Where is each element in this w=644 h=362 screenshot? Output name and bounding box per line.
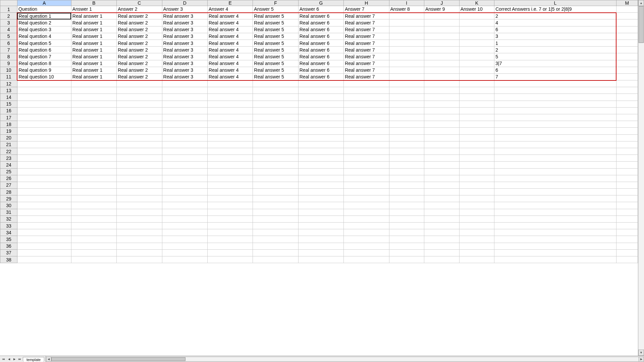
cell-H31[interactable] bbox=[344, 209, 389, 216]
cell-J21[interactable] bbox=[424, 141, 460, 148]
cell-I38[interactable] bbox=[389, 256, 424, 263]
cell-E11[interactable]: Real answer 4 bbox=[207, 73, 253, 80]
cell-I16[interactable] bbox=[389, 107, 424, 114]
cell-A30[interactable] bbox=[17, 202, 71, 209]
cell-H8[interactable]: Real answer 7 bbox=[344, 53, 389, 60]
col-header-A[interactable]: A bbox=[17, 0, 71, 6]
cell-B35[interactable] bbox=[71, 236, 116, 243]
cell-C3[interactable]: Real answer 2 bbox=[117, 19, 162, 26]
cell-E36[interactable] bbox=[207, 243, 253, 249]
cell-G21[interactable] bbox=[298, 141, 343, 148]
cell-B25[interactable] bbox=[71, 168, 116, 175]
cell-G7[interactable]: Real answer 6 bbox=[298, 47, 343, 53]
cell-A1[interactable]: Question bbox=[17, 6, 71, 13]
row-header-38[interactable]: 38 bbox=[0, 256, 17, 263]
row-header-4[interactable]: 4 bbox=[0, 26, 17, 33]
cell-L5[interactable]: 3 bbox=[494, 33, 616, 40]
cell-F21[interactable] bbox=[253, 141, 298, 148]
cell-J31[interactable] bbox=[424, 209, 460, 216]
cell-B30[interactable] bbox=[71, 202, 116, 209]
cell-M30[interactable] bbox=[616, 202, 638, 209]
cell-E8[interactable]: Real answer 4 bbox=[207, 53, 253, 60]
cell-K10[interactable] bbox=[459, 67, 494, 73]
row-header-32[interactable]: 32 bbox=[0, 216, 17, 222]
cell-E38[interactable] bbox=[207, 256, 253, 263]
cell-H24[interactable] bbox=[344, 162, 389, 168]
cell-L25[interactable] bbox=[494, 168, 616, 175]
cell-B31[interactable] bbox=[71, 209, 116, 216]
cell-C20[interactable] bbox=[117, 134, 162, 141]
cell-J25[interactable] bbox=[424, 168, 460, 175]
cell-F14[interactable] bbox=[253, 94, 298, 101]
cell-H37[interactable] bbox=[344, 249, 389, 256]
row-header-30[interactable]: 30 bbox=[0, 202, 17, 209]
cell-K1[interactable]: Answer 10 bbox=[459, 6, 494, 13]
cell-L34[interactable] bbox=[494, 229, 616, 236]
cell-A8[interactable]: Real question 7 bbox=[17, 53, 71, 60]
cell-H27[interactable] bbox=[344, 182, 389, 188]
cell-J24[interactable] bbox=[424, 162, 460, 168]
cell-H36[interactable] bbox=[344, 243, 389, 249]
cell-F33[interactable] bbox=[253, 223, 298, 229]
cell-F18[interactable] bbox=[253, 121, 298, 128]
cell-B15[interactable] bbox=[71, 101, 116, 107]
cell-A28[interactable] bbox=[17, 189, 71, 195]
cell-J29[interactable] bbox=[424, 195, 460, 202]
cell-B21[interactable] bbox=[71, 141, 116, 148]
cell-E6[interactable]: Real answer 4 bbox=[207, 40, 253, 46]
cell-B9[interactable]: Real answer 1 bbox=[71, 60, 116, 67]
cell-C7[interactable]: Real answer 2 bbox=[117, 47, 162, 53]
cell-J18[interactable] bbox=[424, 121, 460, 128]
cell-B5[interactable]: Real answer 1 bbox=[71, 33, 116, 40]
spreadsheet-grid[interactable]: A B C D E F G H I J K L M bbox=[0, 0, 638, 263]
cell-C17[interactable] bbox=[117, 114, 162, 121]
cell-K9[interactable] bbox=[459, 60, 494, 67]
cell-E3[interactable]: Real answer 4 bbox=[207, 19, 253, 26]
cell-I2[interactable] bbox=[389, 13, 424, 19]
cell-L4[interactable]: 6 bbox=[494, 26, 616, 33]
cell-G1[interactable]: Answer 6 bbox=[298, 6, 343, 13]
cell-D10[interactable]: Real answer 3 bbox=[162, 67, 207, 73]
cell-F34[interactable] bbox=[253, 229, 298, 236]
cell-E23[interactable] bbox=[207, 155, 253, 162]
cell-J9[interactable] bbox=[424, 60, 460, 67]
cell-E33[interactable] bbox=[207, 223, 253, 229]
cell-C36[interactable] bbox=[117, 243, 162, 249]
cell-K8[interactable] bbox=[459, 53, 494, 60]
row-header-33[interactable]: 33 bbox=[0, 223, 17, 229]
row-header-22[interactable]: 22 bbox=[0, 148, 17, 155]
cell-D9[interactable]: Real answer 3 bbox=[162, 60, 207, 67]
cell-C37[interactable] bbox=[117, 249, 162, 256]
cell-M22[interactable] bbox=[616, 148, 638, 155]
cell-B10[interactable]: Real answer 1 bbox=[71, 67, 116, 73]
cell-M4[interactable] bbox=[616, 26, 638, 33]
cell-J32[interactable] bbox=[424, 216, 460, 222]
cell-K2[interactable] bbox=[459, 13, 494, 19]
cell-H22[interactable] bbox=[344, 148, 389, 155]
cell-J6[interactable] bbox=[424, 40, 460, 46]
row-header-6[interactable]: 6 bbox=[0, 40, 17, 46]
cell-I27[interactable] bbox=[389, 182, 424, 188]
cell-K20[interactable] bbox=[459, 134, 494, 141]
cell-D25[interactable] bbox=[162, 168, 207, 175]
cell-A15[interactable] bbox=[17, 101, 71, 107]
row-header-15[interactable]: 15 bbox=[0, 101, 17, 107]
tab-nav-first[interactable]: ⏮ bbox=[1, 357, 6, 361]
cell-L6[interactable]: 1 bbox=[494, 40, 616, 46]
vscroll-thumb[interactable] bbox=[639, 6, 644, 43]
cell-K26[interactable] bbox=[459, 175, 494, 182]
cell-E18[interactable] bbox=[207, 121, 253, 128]
cell-I21[interactable] bbox=[389, 141, 424, 148]
cell-F4[interactable]: Real answer 5 bbox=[253, 26, 298, 33]
cell-E20[interactable] bbox=[207, 134, 253, 141]
cell-J4[interactable] bbox=[424, 26, 460, 33]
cell-F30[interactable] bbox=[253, 202, 298, 209]
cell-H20[interactable] bbox=[344, 134, 389, 141]
cell-L3[interactable]: 4 bbox=[494, 19, 616, 26]
cell-F10[interactable]: Real answer 5 bbox=[253, 67, 298, 73]
cell-D28[interactable] bbox=[162, 189, 207, 195]
cell-I34[interactable] bbox=[389, 229, 424, 236]
hscroll-track[interactable] bbox=[51, 357, 639, 362]
cell-C21[interactable] bbox=[117, 141, 162, 148]
cell-H23[interactable] bbox=[344, 155, 389, 162]
